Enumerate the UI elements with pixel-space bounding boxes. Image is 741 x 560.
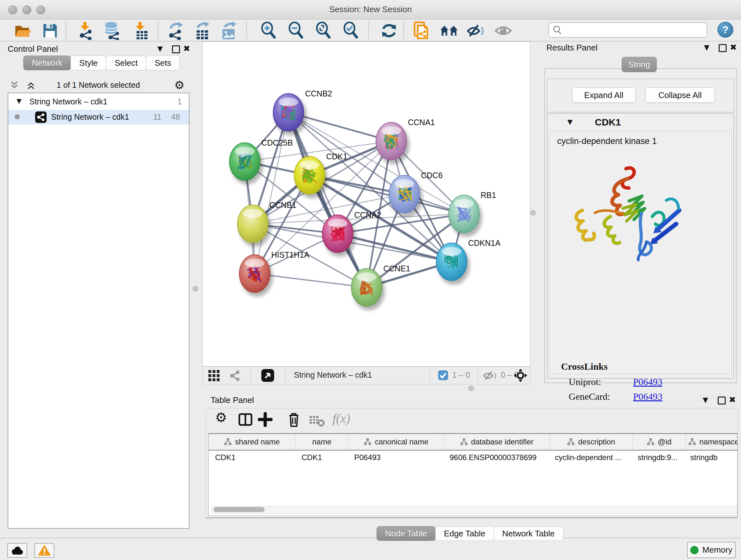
tab-string[interactable]: String — [622, 57, 657, 72]
expand-all-button[interactable]: Expand All — [572, 87, 636, 103]
tab-node-table[interactable]: Node Table — [377, 526, 435, 541]
tab-sets[interactable]: Sets — [146, 56, 180, 70]
refresh-view-button[interactable] — [380, 21, 398, 40]
column-header-canonical-name[interactable]: canonical name — [348, 434, 444, 450]
zoom-out-button[interactable] — [286, 21, 305, 40]
network-canvas[interactable]: CCNB2CCNA1CDC25BCDK1CDC6RB1CCNB1CCNA2CDK… — [202, 42, 530, 367]
column-header-name[interactable]: name — [295, 434, 348, 450]
show-all-button[interactable] — [494, 21, 513, 40]
tree-icon — [224, 438, 232, 446]
tab-select[interactable]: Select — [106, 56, 146, 70]
import-network-database-button[interactable] — [104, 21, 122, 40]
node-CCNE1[interactable]: CCNE1 — [351, 264, 410, 310]
collapse-all-button[interactable]: Collapse All — [645, 87, 715, 103]
collapse-row-icon[interactable]: ▼ — [17, 97, 21, 105]
hidden-eye-slash-icon[interactable] — [483, 370, 497, 382]
hide-selected-button[interactable] — [467, 21, 485, 40]
table-cell[interactable]: stringdb — [684, 450, 738, 464]
column-header-description[interactable]: description — [550, 434, 633, 450]
export-image-button[interactable] — [220, 21, 239, 40]
export-table-icon — [194, 21, 211, 40]
clone-network-button[interactable] — [412, 21, 431, 40]
show-welcome-screen-button[interactable] — [440, 21, 458, 40]
column-header-database-identifier[interactable]: database identifier — [444, 434, 550, 450]
table-row[interactable]: CDK1CDK1P064939606.ENSP00000378699cyclin… — [209, 450, 737, 464]
edge-CCNB2-CCNE1[interactable] — [288, 112, 367, 287]
crosslink-link[interactable]: P06493 — [633, 376, 663, 387]
gear-icon[interactable]: ⚙ — [174, 78, 185, 91]
protein-section-header[interactable]: ▼ CDK1 — [548, 114, 733, 131]
search-field[interactable] — [548, 22, 707, 38]
node-CDC6[interactable]: CDC6 — [389, 171, 443, 217]
grid-view-icon[interactable] — [208, 369, 222, 382]
search-input[interactable] — [564, 23, 703, 36]
cloud-button[interactable] — [7, 543, 27, 558]
node-CDKN1A[interactable]: CDKN1A — [436, 239, 501, 285]
node-RB1[interactable]: RB1 — [449, 191, 496, 237]
column-header-namespace[interactable]: namespace — [686, 434, 738, 450]
zoom-in-button[interactable] — [259, 21, 278, 40]
table-cell[interactable]: cyclin-dependent ... — [549, 450, 631, 464]
table-cell[interactable]: P06493 — [348, 450, 443, 464]
import-table-file-button[interactable] — [133, 21, 151, 40]
open-session-button[interactable] — [13, 21, 32, 40]
right-splitter-handle[interactable] — [530, 210, 536, 215]
export-network-button[interactable] — [166, 21, 185, 40]
export-table-button[interactable] — [193, 21, 212, 40]
scrollbar-thumb[interactable] — [213, 507, 265, 512]
open-folder-icon — [14, 23, 31, 39]
trash-icon[interactable] — [287, 412, 300, 428]
horizontal-scrollbar[interactable] — [211, 506, 738, 514]
left-splitter-handle[interactable] — [193, 286, 198, 292]
tab-edge-table[interactable]: Edge Table — [435, 526, 494, 541]
node-CCNB1[interactable]: CCNB1 — [238, 200, 296, 247]
network-row-selected[interactable]: String Network – cdk1 11 48 — [8, 110, 189, 125]
column-header-shared-name[interactable]: shared name — [209, 434, 295, 450]
tab-network-table[interactable]: Network Table — [494, 526, 563, 541]
save-session-button[interactable] — [41, 21, 59, 40]
table-cell[interactable]: 9606.ENSP00000378699 — [443, 450, 549, 464]
float-panel-icon[interactable] — [172, 45, 180, 53]
node-CDC25B[interactable]: CDC25B — [229, 138, 293, 185]
help-button[interactable]: ? — [718, 22, 733, 38]
collapse-all-icon[interactable] — [10, 80, 19, 91]
birdseye-toggle-button[interactable] — [261, 369, 274, 382]
collapse-panel-icon[interactable]: ▼ — [703, 396, 708, 404]
title-bar: Session: New Session — [0, 0, 741, 19]
table-cell[interactable]: stringdb:9... — [631, 450, 684, 464]
warnings-button[interactable] — [35, 543, 54, 558]
table-cell[interactable]: CDK1 — [295, 450, 348, 464]
collapse-panel-icon[interactable]: ▼ — [157, 45, 163, 53]
tab-style[interactable]: Style — [71, 56, 106, 70]
tab-network[interactable]: Network — [23, 56, 71, 70]
table-cell[interactable]: CDK1 — [209, 450, 295, 464]
zoom-selected-button[interactable] — [341, 21, 360, 40]
import-network-icon — [77, 21, 95, 40]
close-panel-icon[interactable]: ✖ — [729, 395, 736, 405]
float-panel-icon[interactable] — [719, 44, 727, 52]
node-table[interactable]: shared namenamecanonical namedatabase id… — [208, 433, 738, 516]
edge-CCNB2-HIST1H1A[interactable] — [255, 112, 288, 273]
collapse-section-icon[interactable]: ▼ — [567, 118, 572, 126]
node-CCNA1[interactable]: CCNA1 — [376, 118, 435, 164]
close-panel-icon[interactable]: ✖ — [183, 44, 190, 53]
columns-icon[interactable] — [238, 412, 253, 427]
close-panel-icon[interactable]: ✖ — [730, 43, 737, 52]
float-panel-icon[interactable] — [718, 396, 726, 405]
selected-checkbox[interactable] — [438, 370, 448, 380]
import-network-file-button[interactable] — [77, 21, 96, 40]
delete-table-icon — [309, 414, 325, 428]
node-CCNB2[interactable]: CCNB2 — [273, 89, 332, 135]
share-view-icon[interactable] — [229, 369, 241, 382]
network-collection-row[interactable]: ▼ String Network – cdk1 1 — [8, 95, 189, 109]
collapse-panel-icon[interactable]: ▼ — [704, 44, 710, 51]
crosslink-label: Uniprot: — [569, 376, 633, 387]
expand-all-icon[interactable] — [26, 80, 36, 91]
memory-button[interactable]: Memory — [687, 542, 736, 558]
add-icon[interactable] — [258, 412, 273, 427]
zoom-fit-button[interactable] — [314, 21, 333, 40]
column-header--id[interactable]: @id — [633, 434, 686, 450]
node-HIST1H1A[interactable]: HIST1H1A — [239, 250, 310, 297]
gear-icon[interactable]: ⚙ — [215, 410, 227, 425]
fit-selected-crosshair-icon[interactable] — [514, 368, 528, 382]
